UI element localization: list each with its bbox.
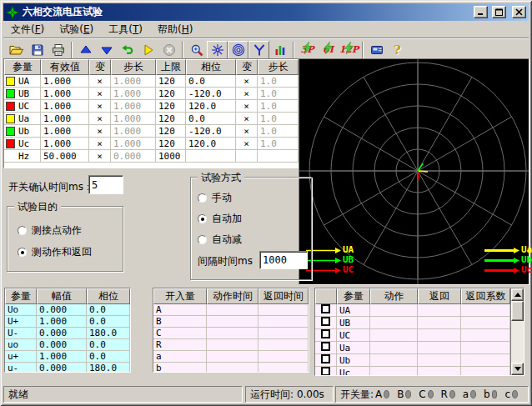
param-cell[interactable]: 1.000 xyxy=(41,75,89,88)
menu-item-3[interactable]: 帮助(H) xyxy=(150,21,200,38)
param-cell[interactable]: 1.000 xyxy=(111,113,156,125)
close-button[interactable] xyxy=(512,6,526,18)
zoom-button[interactable] xyxy=(186,41,207,59)
stop-test-button[interactable] xyxy=(158,41,179,59)
ray-view-button[interactable] xyxy=(207,41,228,59)
param-cell[interactable]: 1.000 xyxy=(41,125,89,138)
save-button[interactable] xyxy=(27,41,48,59)
switch-confirm-input[interactable] xyxy=(88,175,123,194)
param-label-cell[interactable]: Hz xyxy=(4,150,41,163)
test-purpose-option-1[interactable]: 测动作和返回 xyxy=(18,245,92,259)
param-cell[interactable]: 1000 xyxy=(156,150,186,163)
menu-item-1[interactable]: 试验(E) xyxy=(52,21,101,38)
param-cell[interactable]: × xyxy=(236,100,258,113)
param-cell[interactable]: 1.0 xyxy=(258,138,299,150)
param-cell[interactable]: × xyxy=(236,138,258,150)
row-checkbox[interactable] xyxy=(321,304,330,313)
param-cell[interactable]: 1.0 xyxy=(258,75,299,88)
scroll-down-button[interactable] xyxy=(511,363,524,375)
start-test-button[interactable] xyxy=(138,41,158,59)
param-cell[interactable]: 120.0 xyxy=(186,138,236,150)
param-cell[interactable]: × xyxy=(89,150,111,163)
param-cell[interactable]: 120 xyxy=(156,88,186,100)
y-view-button[interactable] xyxy=(248,41,269,59)
step-down-button[interactable] xyxy=(96,41,117,59)
checkbox-cell[interactable] xyxy=(315,367,337,376)
row-checkbox[interactable] xyxy=(321,329,330,338)
param-cell[interactable]: 120 xyxy=(156,138,186,150)
param-cell[interactable]: -120.0 xyxy=(186,88,236,100)
device-button[interactable] xyxy=(366,41,387,59)
param-cell[interactable]: 1.000 xyxy=(111,100,156,113)
minimize-button[interactable] xyxy=(474,6,488,18)
param-cell[interactable]: × xyxy=(236,88,258,100)
test-mode-option-1[interactable]: 自动加 xyxy=(198,212,242,226)
interval-input[interactable] xyxy=(259,251,308,269)
mode-12p-button[interactable]: 12P xyxy=(339,41,359,59)
mode-6i-button[interactable]: 6I xyxy=(318,41,339,59)
param-cell[interactable]: 120 xyxy=(156,125,186,138)
param-cell[interactable]: 1.000 xyxy=(111,88,156,100)
mode-3p-button[interactable]: 3P xyxy=(297,41,318,59)
param-cell[interactable]: × xyxy=(89,113,111,125)
row-checkbox[interactable] xyxy=(321,342,330,351)
checkbox-cell[interactable] xyxy=(315,317,337,329)
param-cell[interactable]: × xyxy=(89,125,111,138)
checkbox-cell[interactable] xyxy=(315,329,337,342)
param-label-cell[interactable]: UA xyxy=(4,75,41,88)
param-label-cell[interactable]: UC xyxy=(4,100,41,113)
menu-item-0[interactable]: 文件(F) xyxy=(3,21,52,38)
print-button[interactable] xyxy=(48,41,68,59)
ring-view-button[interactable] xyxy=(228,41,248,59)
param-label-cell[interactable]: Ub xyxy=(4,125,41,138)
param-cell[interactable]: 0.0 xyxy=(186,113,236,125)
checkbox-cell[interactable] xyxy=(315,342,337,354)
test-mode-option-0[interactable]: 手动 xyxy=(198,191,232,205)
param-cell[interactable]: 1.000 xyxy=(41,88,89,100)
scroll-up-button[interactable] xyxy=(511,288,524,301)
param-cell[interactable]: 1.000 xyxy=(111,75,156,88)
menu-item-2[interactable]: 工具(T) xyxy=(101,21,150,38)
help-button[interactable]: ? xyxy=(387,41,408,59)
param-cell[interactable]: 120 xyxy=(156,75,186,88)
param-cell[interactable]: 1.0 xyxy=(258,113,299,125)
param-cell[interactable]: × xyxy=(89,88,111,100)
checkbox-cell[interactable] xyxy=(315,304,337,317)
scrollbar-thumb[interactable] xyxy=(511,301,524,321)
param-cell[interactable]: 50.000 xyxy=(41,150,89,163)
param-cell[interactable] xyxy=(186,150,236,163)
param-cell[interactable] xyxy=(236,150,258,163)
reset-button[interactable] xyxy=(117,41,138,59)
param-label-cell[interactable]: UB xyxy=(4,88,41,100)
param-cell[interactable]: 1.0 xyxy=(258,125,299,138)
row-checkbox[interactable] xyxy=(321,317,330,326)
row-checkbox[interactable] xyxy=(321,354,330,363)
param-cell[interactable]: 1.0 xyxy=(258,88,299,100)
test-purpose-option-0[interactable]: 测接点动作 xyxy=(18,223,82,238)
param-cell[interactable]: 120 xyxy=(156,100,186,113)
param-cell[interactable]: -120.0 xyxy=(186,125,236,138)
vertical-scrollbar[interactable] xyxy=(510,288,524,375)
test-mode-option-2[interactable]: 自动减 xyxy=(198,233,242,247)
param-cell[interactable]: 120 xyxy=(156,113,186,125)
param-cell[interactable]: × xyxy=(89,75,111,88)
bar-view-button[interactable] xyxy=(269,41,290,59)
step-up-button[interactable] xyxy=(75,41,96,59)
param-cell[interactable]: 1.000 xyxy=(111,125,156,138)
param-cell[interactable]: 0.000 xyxy=(111,150,156,163)
open-file-button[interactable] xyxy=(6,41,27,59)
param-label-cell[interactable]: Ua xyxy=(4,113,41,125)
param-cell[interactable]: × xyxy=(236,75,258,88)
maximize-button[interactable] xyxy=(492,6,506,18)
checkbox-cell[interactable] xyxy=(315,354,337,367)
param-cell[interactable]: × xyxy=(89,100,111,113)
param-cell[interactable]: × xyxy=(236,125,258,138)
param-cell[interactable]: 120.0 xyxy=(186,100,236,113)
row-checkbox[interactable] xyxy=(321,367,330,376)
param-label-cell[interactable]: Uc xyxy=(4,138,41,150)
param-cell[interactable]: × xyxy=(89,138,111,150)
param-cell[interactable]: 1.0 xyxy=(258,100,299,113)
param-cell[interactable]: 1.000 xyxy=(41,113,89,125)
param-cell[interactable]: 1.000 xyxy=(41,138,89,150)
param-cell[interactable]: × xyxy=(236,113,258,125)
